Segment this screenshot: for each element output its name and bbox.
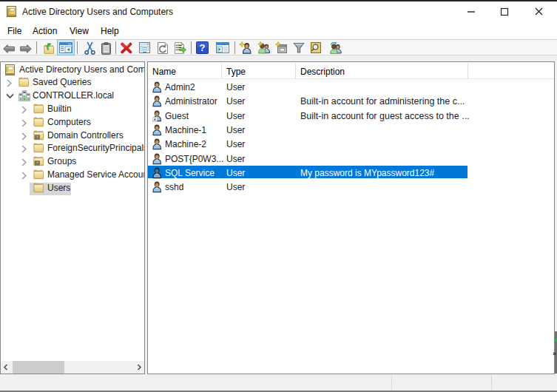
svg-text:?: ? [200, 42, 206, 53]
